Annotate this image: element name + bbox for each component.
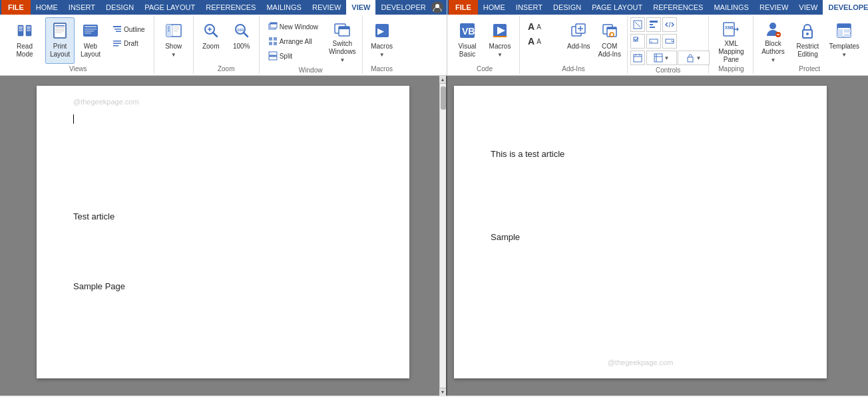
menu-mailings-right[interactable]: MAILINGS	[708, 0, 754, 15]
macros-left-button[interactable]: ▶ Macros ▼	[365, 17, 399, 64]
draft-button[interactable]: Draft	[109, 37, 148, 50]
menu-references-right[interactable]: REFERENCES	[648, 0, 708, 15]
date-control[interactable]	[630, 51, 645, 65]
svg-rect-18	[85, 31, 94, 32]
read-mode-button[interactable]: Read Mode	[5, 17, 44, 64]
split-button[interactable]: Split	[265, 49, 322, 63]
macros-right-button[interactable]: Macros ▼	[483, 17, 517, 64]
ribbon-group-mapping: XML XML MappingPane Mapping	[709, 16, 754, 74]
addins-group-label: Add-Ins	[523, 64, 624, 72]
svg-rect-68	[607, 27, 616, 29]
svg-text:VB: VB	[462, 26, 475, 37]
svg-rect-6	[27, 27, 31, 28]
visual-basic-button[interactable]: VB VisualBasic	[453, 17, 482, 64]
legacy-tools-button[interactable]: ▼	[646, 51, 677, 65]
switch-windows-button[interactable]: SwitchWindows ▼	[326, 17, 359, 64]
mapping-group-label: Mapping	[712, 64, 750, 72]
menu-mailings-left[interactable]: MAILINGS	[261, 0, 307, 15]
arrange-all-button[interactable]: Arrange All	[265, 35, 322, 48]
svg-rect-34	[174, 31, 178, 31]
show-button[interactable]: Show ▼	[157, 17, 190, 64]
ribbon-group-macros-left: ▶ Macros ▼ Macros	[363, 16, 401, 74]
svg-rect-32	[174, 27, 179, 27]
web-layout-button[interactable]: WebLayout	[76, 17, 105, 64]
menu-insert-right[interactable]: INSERT	[511, 0, 548, 15]
outline-button[interactable]: Outline	[109, 23, 148, 36]
menu-home-right[interactable]: HOME	[478, 0, 511, 15]
dropdown-control[interactable]	[662, 34, 677, 49]
block-authors-button[interactable]: BlockAuthors ▼	[756, 17, 789, 64]
svg-rect-101	[844, 29, 851, 33]
text-cursor	[73, 114, 74, 124]
menu-design-right[interactable]: DESIGN	[548, 0, 586, 15]
svg-rect-16	[85, 26, 97, 27]
menu-insert-left[interactable]: INSERT	[63, 0, 101, 15]
controls-group-label: Controls	[630, 65, 706, 74]
svg-rect-5	[19, 31, 23, 31]
restrict-controls-button[interactable]: ▼	[678, 51, 710, 65]
svg-rect-10	[55, 25, 65, 27]
textbox-control[interactable]	[646, 34, 661, 49]
scrollbar-down-left[interactable]: ▼	[439, 388, 446, 396]
svg-rect-19	[85, 33, 91, 34]
xml-mapping-button[interactable]: XML XML MappingPane	[712, 17, 750, 64]
menu-developer-right[interactable]: DEVELOPER	[823, 0, 868, 15]
scrollbar-left[interactable]	[439, 84, 446, 388]
restrict-editing-button[interactable]: RestrictEditing	[791, 17, 824, 64]
svg-rect-80	[666, 39, 674, 43]
ribbon-group-views: Read Mode	[3, 16, 154, 74]
svg-rect-85	[654, 54, 662, 62]
menu-developer-left[interactable]: DEVELOPER	[375, 0, 431, 15]
file-button-left[interactable]: FILE	[1, 0, 31, 15]
checkbox-control[interactable]	[630, 34, 645, 49]
new-window-button[interactable]: New Window	[265, 20, 322, 33]
svg-rect-33	[174, 29, 179, 29]
menu-home-left[interactable]: HOME	[31, 0, 63, 15]
svg-rect-4	[19, 29, 23, 29]
print-layout-button[interactable]: PrintLayout	[45, 17, 75, 64]
views-group-label: Views	[5, 64, 151, 72]
font-size-a-small[interactable]: A A	[525, 35, 544, 48]
menu-view-left[interactable]: VIEW	[346, 0, 375, 15]
svg-rect-46	[274, 37, 277, 41]
svg-text:!: !	[610, 33, 611, 37]
menu-pagelayout-left[interactable]: PAGE LAYOUT	[139, 0, 200, 15]
com-addins-button[interactable]: ! COMAdd-Ins	[594, 17, 624, 64]
svg-rect-13	[55, 31, 65, 31]
scrollbar-up-left[interactable]: ▲	[439, 76, 446, 84]
left-doc-text2: Sample Page	[73, 281, 373, 291]
svg-rect-102	[844, 34, 851, 37]
svg-rect-22	[116, 31, 121, 33]
svg-text:100: 100	[237, 28, 244, 32]
svg-rect-74	[650, 24, 653, 25]
svg-rect-100	[837, 29, 843, 37]
right-doc-text2: Sample	[491, 232, 790, 242]
svg-rect-25	[113, 45, 118, 47]
left-doc-text1: Test article	[73, 211, 373, 221]
font-size-a-large[interactable]: A A	[525, 20, 544, 33]
design-mode-button[interactable]	[630, 17, 645, 32]
ribbon-group-zoom: Zoom 100 100%	[194, 16, 260, 74]
zoom-100-button[interactable]: 100 100%	[227, 17, 256, 64]
ribbon-group-code: VB VisualBasic	[450, 16, 520, 74]
menu-view-right[interactable]: VIEW	[793, 0, 823, 15]
properties-button[interactable]	[646, 17, 661, 32]
zoom-button[interactable]: Zoom	[196, 17, 226, 64]
svg-rect-3	[19, 27, 23, 28]
svg-rect-28	[168, 27, 170, 27]
ribbon-group-protect: BlockAuthors ▼ RestrictEd	[754, 16, 865, 74]
svg-line-40	[244, 33, 248, 37]
left-doc-watermark-top: @thegeekpage.com	[73, 98, 139, 106]
file-button-right[interactable]: FILE	[449, 0, 478, 15]
templates-button[interactable]: Templates ▼	[825, 17, 863, 64]
add-ins-button[interactable]: Add-Ins	[564, 17, 593, 64]
menu-review-right[interactable]: REVIEW	[754, 0, 793, 15]
menu-pagelayout-right[interactable]: PAGE LAYOUT	[586, 0, 648, 15]
menu-design-left[interactable]: DESIGN	[101, 0, 139, 15]
svg-rect-30	[168, 31, 170, 31]
menu-references-left[interactable]: REFERENCES	[200, 0, 261, 15]
svg-rect-47	[269, 42, 272, 45]
view-code-button[interactable]	[662, 17, 677, 32]
svg-rect-14	[55, 33, 62, 33]
menu-review-left[interactable]: REVIEW	[307, 0, 346, 15]
